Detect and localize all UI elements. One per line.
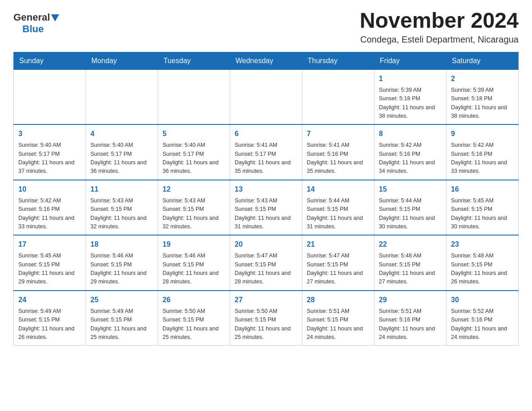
day-info: Sunrise: 5:41 AM Sunset: 5:16 PM Dayligh… [307, 141, 369, 176]
calendar-cell: 22Sunrise: 5:48 AM Sunset: 5:15 PM Dayli… [374, 235, 446, 291]
calendar-cell: 23Sunrise: 5:48 AM Sunset: 5:15 PM Dayli… [446, 235, 519, 291]
day-number: 22 [379, 239, 442, 250]
col-header-wednesday: Wednesday [230, 52, 302, 69]
day-info: Sunrise: 5:39 AM Sunset: 5:18 PM Dayligh… [451, 86, 514, 121]
page-header: General Blue November 2024 Condega, Este… [13, 9, 519, 45]
calendar-cell [230, 69, 302, 124]
col-header-friday: Friday [374, 52, 446, 69]
calendar-cell: 16Sunrise: 5:45 AM Sunset: 5:15 PM Dayli… [446, 180, 519, 235]
day-number: 20 [235, 239, 297, 250]
day-info: Sunrise: 5:43 AM Sunset: 5:15 PM Dayligh… [90, 197, 153, 231]
calendar-cell: 8Sunrise: 5:42 AM Sunset: 5:16 PM Daylig… [374, 124, 446, 180]
day-info: Sunrise: 5:41 AM Sunset: 5:17 PM Dayligh… [235, 141, 297, 176]
calendar-cell: 3Sunrise: 5:40 AM Sunset: 5:17 PM Daylig… [14, 124, 86, 180]
calendar-cell: 30Sunrise: 5:52 AM Sunset: 5:16 PM Dayli… [446, 291, 519, 346]
calendar-header-row: SundayMondayTuesdayWednesdayThursdayFrid… [14, 52, 519, 69]
day-info: Sunrise: 5:46 AM Sunset: 5:15 PM Dayligh… [90, 252, 153, 287]
day-info: Sunrise: 5:40 AM Sunset: 5:17 PM Dayligh… [90, 141, 153, 176]
day-info: Sunrise: 5:40 AM Sunset: 5:17 PM Dayligh… [163, 141, 225, 176]
day-number: 29 [379, 295, 442, 305]
day-number: 16 [451, 184, 514, 195]
col-header-sunday: Sunday [14, 52, 86, 69]
logo: General Blue [13, 9, 59, 35]
day-number: 9 [451, 128, 514, 139]
day-number: 23 [451, 239, 514, 250]
calendar-cell: 28Sunrise: 5:51 AM Sunset: 5:15 PM Dayli… [302, 291, 374, 346]
calendar-cell: 14Sunrise: 5:44 AM Sunset: 5:15 PM Dayli… [302, 180, 374, 235]
day-number: 19 [163, 239, 225, 250]
day-info: Sunrise: 5:42 AM Sunset: 5:16 PM Dayligh… [18, 197, 81, 231]
day-info: Sunrise: 5:42 AM Sunset: 5:16 PM Dayligh… [379, 141, 442, 176]
calendar-cell: 25Sunrise: 5:49 AM Sunset: 5:15 PM Dayli… [86, 291, 158, 346]
day-number: 26 [163, 295, 225, 305]
calendar-cell: 20Sunrise: 5:47 AM Sunset: 5:15 PM Dayli… [230, 235, 302, 291]
day-info: Sunrise: 5:49 AM Sunset: 5:15 PM Dayligh… [18, 307, 81, 342]
day-info: Sunrise: 5:45 AM Sunset: 5:15 PM Dayligh… [451, 197, 514, 231]
day-number: 28 [307, 295, 369, 305]
day-info: Sunrise: 5:51 AM Sunset: 5:15 PM Dayligh… [307, 307, 369, 342]
title-area: November 2024 Condega, Esteli Department… [360, 9, 519, 45]
calendar-cell: 10Sunrise: 5:42 AM Sunset: 5:16 PM Dayli… [14, 180, 86, 235]
day-number: 21 [307, 239, 369, 250]
calendar-table: SundayMondayTuesdayWednesdayThursdayFrid… [13, 52, 519, 346]
calendar-cell: 19Sunrise: 5:46 AM Sunset: 5:15 PM Dayli… [158, 235, 230, 291]
calendar-cell: 27Sunrise: 5:50 AM Sunset: 5:15 PM Dayli… [230, 291, 302, 346]
day-number: 24 [18, 295, 81, 305]
calendar-cell: 1Sunrise: 5:39 AM Sunset: 5:18 PM Daylig… [374, 69, 446, 124]
calendar-cell [86, 69, 158, 124]
day-number: 7 [307, 128, 369, 139]
calendar-cell: 2Sunrise: 5:39 AM Sunset: 5:18 PM Daylig… [446, 69, 519, 124]
day-number: 14 [307, 184, 369, 195]
calendar-cell: 24Sunrise: 5:49 AM Sunset: 5:15 PM Dayli… [14, 291, 86, 346]
day-info: Sunrise: 5:43 AM Sunset: 5:15 PM Dayligh… [235, 197, 297, 231]
calendar-cell: 6Sunrise: 5:41 AM Sunset: 5:17 PM Daylig… [230, 124, 302, 180]
svg-marker-0 [51, 14, 59, 21]
calendar-week-row: 24Sunrise: 5:49 AM Sunset: 5:15 PM Dayli… [14, 291, 519, 346]
col-header-tuesday: Tuesday [158, 52, 230, 69]
calendar-cell: 21Sunrise: 5:47 AM Sunset: 5:15 PM Dayli… [302, 235, 374, 291]
day-info: Sunrise: 5:46 AM Sunset: 5:15 PM Dayligh… [163, 252, 225, 287]
day-info: Sunrise: 5:50 AM Sunset: 5:15 PM Dayligh… [163, 307, 225, 342]
calendar-cell: 15Sunrise: 5:44 AM Sunset: 5:15 PM Dayli… [374, 180, 446, 235]
day-number: 10 [18, 184, 81, 195]
day-number: 6 [235, 128, 297, 139]
main-title: November 2024 [360, 9, 519, 33]
day-info: Sunrise: 5:48 AM Sunset: 5:15 PM Dayligh… [451, 252, 514, 287]
day-number: 11 [90, 184, 153, 195]
calendar-cell: 29Sunrise: 5:51 AM Sunset: 5:16 PM Dayli… [374, 291, 446, 346]
calendar-week-row: 17Sunrise: 5:45 AM Sunset: 5:15 PM Dayli… [14, 235, 519, 291]
calendar-cell: 4Sunrise: 5:40 AM Sunset: 5:17 PM Daylig… [86, 124, 158, 180]
day-info: Sunrise: 5:47 AM Sunset: 5:15 PM Dayligh… [235, 252, 297, 287]
logo-triangle-icon [51, 14, 59, 21]
day-number: 18 [90, 239, 153, 250]
day-number: 1 [379, 73, 442, 84]
day-info: Sunrise: 5:44 AM Sunset: 5:15 PM Dayligh… [307, 197, 369, 231]
day-info: Sunrise: 5:39 AM Sunset: 5:18 PM Dayligh… [379, 86, 442, 121]
col-header-monday: Monday [86, 52, 158, 69]
day-number: 15 [379, 184, 442, 195]
calendar-cell: 9Sunrise: 5:42 AM Sunset: 5:16 PM Daylig… [446, 124, 519, 180]
calendar-week-row: 10Sunrise: 5:42 AM Sunset: 5:16 PM Dayli… [14, 180, 519, 235]
day-number: 12 [163, 184, 225, 195]
day-number: 25 [90, 295, 153, 305]
calendar-cell: 18Sunrise: 5:46 AM Sunset: 5:15 PM Dayli… [86, 235, 158, 291]
subtitle: Condega, Esteli Department, Nicaragua [360, 34, 519, 45]
calendar-cell: 11Sunrise: 5:43 AM Sunset: 5:15 PM Dayli… [86, 180, 158, 235]
day-info: Sunrise: 5:43 AM Sunset: 5:15 PM Dayligh… [163, 197, 225, 231]
day-info: Sunrise: 5:42 AM Sunset: 5:16 PM Dayligh… [451, 141, 514, 176]
day-number: 27 [235, 295, 297, 305]
calendar-cell [158, 69, 230, 124]
col-header-thursday: Thursday [302, 52, 374, 69]
day-number: 4 [90, 128, 153, 139]
calendar-cell: 5Sunrise: 5:40 AM Sunset: 5:17 PM Daylig… [158, 124, 230, 180]
day-info: Sunrise: 5:47 AM Sunset: 5:15 PM Dayligh… [307, 252, 369, 287]
calendar-cell: 13Sunrise: 5:43 AM Sunset: 5:15 PM Dayli… [230, 180, 302, 235]
day-info: Sunrise: 5:49 AM Sunset: 5:15 PM Dayligh… [90, 307, 153, 342]
day-info: Sunrise: 5:40 AM Sunset: 5:17 PM Dayligh… [18, 141, 81, 176]
calendar-cell [302, 69, 374, 124]
calendar-cell: 26Sunrise: 5:50 AM Sunset: 5:15 PM Dayli… [158, 291, 230, 346]
day-info: Sunrise: 5:50 AM Sunset: 5:15 PM Dayligh… [235, 307, 297, 342]
day-number: 17 [18, 239, 81, 250]
day-info: Sunrise: 5:48 AM Sunset: 5:15 PM Dayligh… [379, 252, 442, 287]
day-info: Sunrise: 5:51 AM Sunset: 5:16 PM Dayligh… [379, 307, 442, 342]
